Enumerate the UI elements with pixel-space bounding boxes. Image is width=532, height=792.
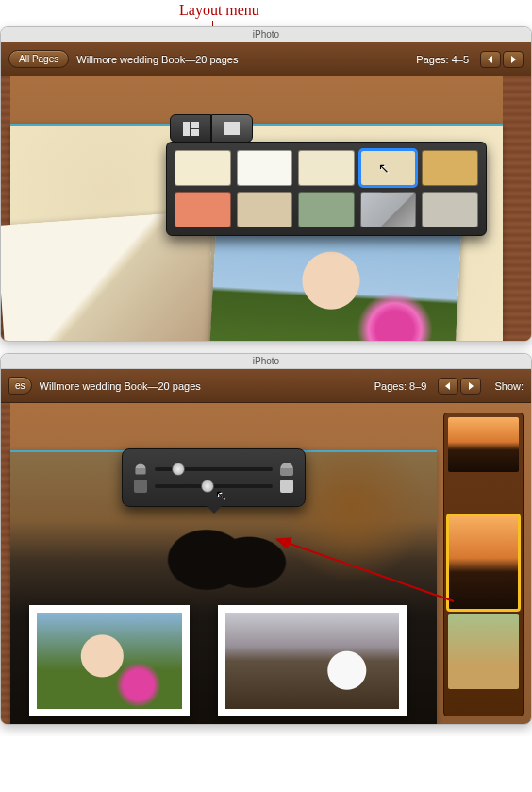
window-title-bar: iPhoto xyxy=(1,27,531,42)
layout-grid-button[interactable] xyxy=(170,114,211,143)
left-arrow-icon xyxy=(487,56,494,63)
photo-bride-outdoor[interactable] xyxy=(29,605,190,716)
window-panel-top: iPhoto All Pages Willmore wedding Book—2… xyxy=(0,26,532,342)
app-title: iPhoto xyxy=(253,356,279,366)
bw-light-icon xyxy=(280,480,293,493)
prev-page-button[interactable] xyxy=(480,51,501,68)
swatch-tan[interactable]: ↖ xyxy=(360,150,417,186)
thumbnail-picnic[interactable] xyxy=(448,614,519,689)
swatch-ivory[interactable] xyxy=(298,150,355,186)
show-label: Show: xyxy=(494,380,524,392)
page-nav-group xyxy=(438,378,481,395)
pages-label: Pages: 8–9 xyxy=(374,380,427,392)
layout-bg-icon xyxy=(224,122,240,135)
book-canvas: ↖ xyxy=(1,403,531,724)
window-panel-bottom: iPhoto es Willmore wedding Book—20 pages… xyxy=(0,353,532,725)
right-arrow-icon xyxy=(467,382,474,390)
bw-slider-row xyxy=(134,480,293,493)
left-arrow-icon xyxy=(444,382,452,390)
all-pages-button-partial[interactable]: es xyxy=(8,377,32,395)
window-title-bar: iPhoto xyxy=(1,354,531,369)
person-small-icon xyxy=(135,463,145,474)
swatch-white[interactable] xyxy=(237,150,293,186)
annotation-arrow xyxy=(265,526,463,611)
swatch-sand[interactable] xyxy=(237,192,293,227)
next-page-button[interactable] xyxy=(460,378,481,395)
book-title: Willmore wedding Book—20 pages xyxy=(76,54,408,65)
cursor-pointer-icon: ↖ xyxy=(378,160,390,176)
swatch-coral[interactable] xyxy=(175,192,231,227)
bw-dark-icon xyxy=(134,480,147,493)
zoom-slider-row xyxy=(134,463,293,476)
wood-edge-right xyxy=(503,76,531,341)
wood-edge-left xyxy=(1,403,10,724)
right-arrow-icon xyxy=(509,56,517,63)
swatch-cream[interactable] xyxy=(175,150,231,186)
swatch-sage[interactable] xyxy=(298,192,355,227)
layout-menu-popover: ↖ xyxy=(166,114,487,236)
annotation-layout-menu: Layout menu xyxy=(179,2,259,19)
bw-slider-thumb[interactable] xyxy=(201,480,214,493)
layout-background-button[interactable] xyxy=(211,114,253,143)
svg-line-0 xyxy=(279,540,454,601)
pages-label: Pages: 4–5 xyxy=(416,54,469,65)
thumbnail-sunset1[interactable] xyxy=(448,417,519,472)
photo-adjust-popover: ↖ xyxy=(122,448,306,507)
zoom-slider-thumb[interactable] xyxy=(172,463,185,476)
layout-segment-group xyxy=(170,114,487,143)
next-page-button[interactable] xyxy=(503,51,524,68)
app-title: iPhoto xyxy=(253,29,279,40)
swatch-grey[interactable] xyxy=(422,192,478,227)
toolbar: es Willmore wedding Book—20 pages Pages:… xyxy=(1,369,531,403)
page-nav-group xyxy=(480,51,524,68)
photo-videographer[interactable] xyxy=(218,605,407,716)
swatch-slate[interactable] xyxy=(360,192,417,227)
book-canvas: ↖ xyxy=(1,76,531,341)
person-large-icon xyxy=(280,463,293,476)
bw-slider[interactable] xyxy=(155,484,273,488)
all-pages-button[interactable]: All Pages xyxy=(8,50,69,68)
book-title: Willmore wedding Book—20 pages xyxy=(40,380,367,392)
toolbar: All Pages Willmore wedding Book—20 pages… xyxy=(1,42,531,76)
layout-grid-icon xyxy=(183,122,199,136)
zoom-slider[interactable] xyxy=(155,467,273,471)
background-swatch-panel: ↖ xyxy=(166,142,487,236)
swatch-gold[interactable] xyxy=(422,150,478,186)
prev-page-button[interactable] xyxy=(438,378,458,395)
